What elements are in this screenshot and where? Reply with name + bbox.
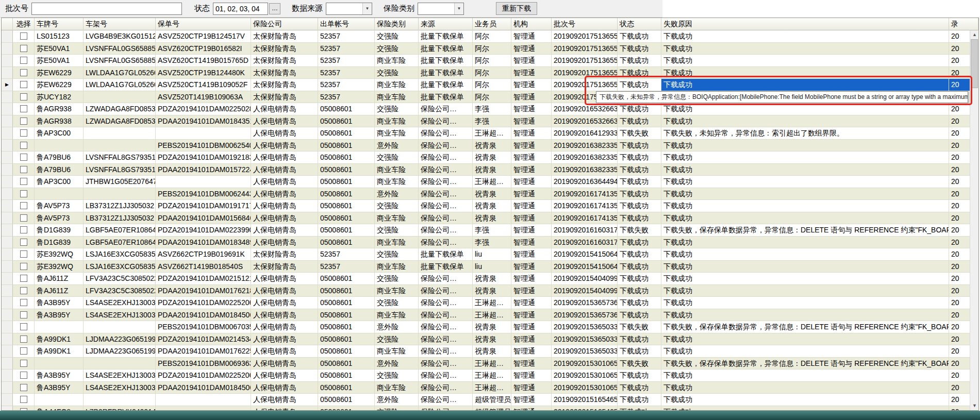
vertical-scrollbar[interactable]: ▲ ▼ [970,30,978,410]
table-row[interactable]: 鲁AV5P73 LB37312Z1JJ305032 PDAA20194101DA… [2,212,978,225]
column-header[interactable]: 保险类别 [375,18,419,30]
row-select-cell[interactable] [13,248,35,261]
row-checkbox[interactable] [20,93,27,100]
row-checkbox[interactable] [20,166,27,173]
batch-number-input[interactable] [31,3,182,15]
column-header[interactable]: 保单号 [156,18,251,30]
row-select-cell[interactable] [13,30,35,43]
column-header[interactable]: 车牌号 [35,18,84,30]
row-checkbox[interactable] [20,129,27,137]
row-select-cell[interactable] [13,103,35,115]
row-select-cell[interactable] [13,261,35,273]
table-row[interactable]: 苏E50VA1 LVSNFFAL0GS658853 ASVZ620CT1419B… [2,55,978,67]
row-select-cell[interactable] [13,91,35,104]
table-row[interactable]: 鲁A79BU6 LVSNFFAL8GS793515 PDAA20194101DA… [2,164,978,176]
row-checkbox[interactable] [20,45,27,52]
row-select-cell[interactable] [13,212,35,225]
row-checkbox[interactable] [20,384,27,391]
row-select-cell[interactable] [13,309,35,322]
table-row[interactable]: 苏EW6229 LWLDAA1G7GL052669 ASVZ520CTP19B1… [2,67,978,79]
table-row[interactable]: PEBS20194101DBM0062540 人保电销青岛 05008601 意… [2,140,978,152]
row-select-cell[interactable] [13,382,35,394]
row-checkbox[interactable] [20,69,27,76]
row-checkbox[interactable] [20,239,27,246]
table-row[interactable]: 鲁A3B95Y LS4ASE2EXHJ130038 PDZA20194101DA… [2,369,978,382]
scrollbar-thumb[interactable] [971,39,978,88]
redownload-button[interactable]: 重新下载 [496,2,537,15]
column-header[interactable]: 来源 [419,18,473,30]
row-checkbox[interactable] [20,299,27,306]
table-row[interactable]: 鲁AJ611Z LFV3A23C5C3085022 PDAA20194101DA… [2,285,978,297]
row-checkbox[interactable] [20,347,27,355]
row-checkbox[interactable] [20,323,27,330]
row-select-cell[interactable] [13,115,35,128]
table-row[interactable]: 鲁A3B95Y LS4ASE2EXHJ130038 PDZA20194101DA… [2,297,978,309]
scroll-down-icon[interactable]: ▼ [970,401,979,410]
row-checkbox[interactable] [20,287,27,294]
row-select-cell[interactable] [13,297,35,309]
row-select-cell[interactable] [13,176,35,188]
table-row[interactable]: PEBS20194101DBM0062443 人保电销青岛 05008601 意… [2,188,978,200]
row-select-cell[interactable] [13,164,35,176]
row-checkbox[interactable] [20,142,27,149]
row-select-cell[interactable] [13,127,35,140]
table-row[interactable]: 鲁D1G839 LGBF5AE07ER108640 PDZA20194101DA… [2,224,978,237]
row-select-cell[interactable] [13,273,35,285]
column-header[interactable]: 业务员 [473,18,511,30]
row-checkbox[interactable] [20,57,27,64]
scroll-up-icon[interactable]: ▲ [970,30,979,39]
row-select-cell[interactable] [13,55,35,67]
table-row[interactable]: 鲁AP3C00 JTHBW1G05E2076470 人保电销青岛 0500860… [2,176,978,188]
table-row[interactable]: 鲁AV5P73 LB37312Z1JJ305032 PDZA20194101DA… [2,200,978,212]
row-select-cell[interactable] [13,140,35,152]
column-header[interactable]: 状态 [618,18,661,30]
table-row[interactable]: 鲁A99DK1 LJDMAA223G0651991 PDAA20194101DA… [2,345,978,358]
row-checkbox[interactable] [20,81,27,88]
row-select-cell[interactable] [13,188,35,200]
table-row[interactable]: 鲁D1G839 LGBF5AE07ER108640 PDAA20194101DA… [2,237,978,249]
row-checkbox[interactable] [20,408,27,410]
row-checkbox[interactable] [20,335,27,343]
column-header[interactable]: 车架号 [84,18,156,30]
table-row[interactable]: 人保电销青岛 05008601 意外险 保险公司… 超级管理员 智理通 2019… [2,394,978,406]
row-select-cell[interactable] [13,43,35,55]
column-header[interactable]: 选择 [13,18,35,30]
row-checkbox[interactable] [20,202,27,209]
table-row[interactable]: LS015123 LVGB4B9E3KG015123 ASVZ520CTP19B… [2,30,978,43]
data-source-select[interactable]: ▼ [326,3,372,15]
status-filter-input[interactable] [213,3,268,15]
row-select-cell[interactable] [13,321,35,333]
row-checkbox[interactable] [20,214,27,222]
row-checkbox[interactable] [20,32,27,40]
row-checkbox[interactable] [20,275,27,282]
column-header[interactable]: 批次号 [552,18,618,30]
row-select-cell[interactable] [13,369,35,382]
table-row[interactable]: 鲁A79BU6 LVSNFFAL8GS793515 PDZA20194101DA… [2,152,978,164]
row-checkbox[interactable] [20,263,27,270]
row-select-cell[interactable] [13,333,35,346]
row-checkbox[interactable] [20,178,27,185]
table-row[interactable]: 苏E50VA1 LVSNFFAL0GS658853 ASVZ620CTP19B0… [2,43,978,55]
row-select-cell[interactable] [13,224,35,237]
row-select-cell[interactable] [13,152,35,164]
row-select-cell[interactable] [13,358,35,370]
column-header[interactable]: 保险公司 [251,18,318,30]
chevron-down-icon[interactable]: ▼ [362,3,372,14]
row-select-cell[interactable] [13,406,35,411]
column-header[interactable]: 出单帐号 [318,18,375,30]
row-checkbox[interactable] [20,311,27,318]
row-select-cell[interactable] [13,67,35,79]
row-checkbox[interactable] [20,372,27,379]
table-row[interactable]: ▶ 苏EW6229 LWLDAA1G7GL052669 ASVZ520CT141… [2,79,978,91]
chevron-down-icon[interactable]: ▼ [454,3,463,14]
row-select-cell[interactable] [13,200,35,212]
row-checkbox[interactable] [20,226,27,233]
table-row[interactable]: 苏E392WQ LSJA16E3XCG058358 ASVZ662T1419B0… [2,261,978,273]
table-row[interactable]: 鲁A44FQ8 L7B0RFDRVK0400140 人保电销青岛 0500860… [2,406,978,411]
row-select-cell[interactable] [13,394,35,406]
table-row[interactable]: 鲁AGR938 LZWADAGA8FD085391 PDZA20194101DA… [2,103,978,115]
table-row[interactable]: 鲁AP3C00 人保电销青岛 05008601 商业车险 保险公司… 王琳超… … [2,127,978,140]
table-row[interactable]: 苏E392WQ LSJA16E3XCG058358 ASVZ662CTP19B0… [2,248,978,261]
row-checkbox[interactable] [20,117,27,125]
table-row[interactable]: 鲁A3B95Y LS4ASE2EXHJ130038 PDAA20194101DA… [2,309,978,322]
